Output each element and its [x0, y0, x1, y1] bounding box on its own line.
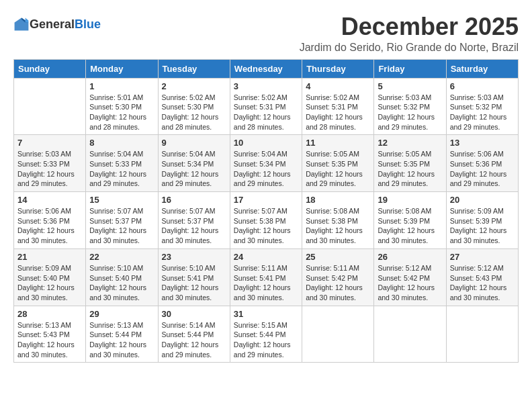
- day-number: 20: [450, 195, 515, 205]
- day-number: 3: [234, 81, 298, 91]
- day-info: Sunrise: 5:02 AMSunset: 5:31 PMDaylight:…: [234, 93, 298, 132]
- calendar-table: SundayMondayTuesdayWednesdayThursdayFrid…: [13, 59, 519, 363]
- calendar-body: 1Sunrise: 5:01 AMSunset: 5:30 PMDaylight…: [14, 78, 519, 363]
- calendar-cell: 2Sunrise: 5:02 AMSunset: 5:30 PMDaylight…: [158, 78, 230, 135]
- day-number: 6: [450, 81, 515, 91]
- day-info: Sunrise: 5:03 AMSunset: 5:32 PMDaylight:…: [378, 93, 442, 132]
- day-info: Sunrise: 5:03 AMSunset: 5:33 PMDaylight:…: [17, 149, 82, 189]
- calendar-cell: [374, 306, 446, 363]
- header: GeneralBlue December 2025 Jardim do Seri…: [13, 13, 519, 54]
- calendar-week-row: 14Sunrise: 5:06 AMSunset: 5:36 PMDayligh…: [14, 192, 519, 249]
- logo-icon: [13, 16, 30, 32]
- calendar-cell: 21Sunrise: 5:09 AMSunset: 5:40 PMDayligh…: [14, 248, 86, 306]
- calendar-cell: 18Sunrise: 5:08 AMSunset: 5:38 PMDayligh…: [302, 192, 374, 249]
- weekday-header-row: SundayMondayTuesdayWednesdayThursdayFrid…: [14, 59, 519, 78]
- calendar-cell: 4Sunrise: 5:02 AMSunset: 5:31 PMDaylight…: [302, 78, 374, 135]
- day-info: Sunrise: 5:02 AMSunset: 5:30 PMDaylight:…: [162, 93, 226, 132]
- day-info: Sunrise: 5:14 AMSunset: 5:44 PMDaylight:…: [162, 320, 226, 360]
- svg-marker-2: [26, 17, 29, 22]
- calendar-cell: 15Sunrise: 5:07 AMSunset: 5:37 PMDayligh…: [86, 192, 158, 249]
- day-info: Sunrise: 5:03 AMSunset: 5:32 PMDaylight:…: [450, 93, 515, 132]
- calendar-cell: 29Sunrise: 5:13 AMSunset: 5:44 PMDayligh…: [86, 306, 158, 363]
- weekday-header-saturday: Saturday: [446, 59, 518, 78]
- calendar-week-row: 7Sunrise: 5:03 AMSunset: 5:33 PMDaylight…: [14, 135, 519, 192]
- day-number: 16: [162, 195, 226, 205]
- logo-blue-text: Blue: [75, 17, 101, 31]
- day-number: 10: [234, 138, 298, 148]
- day-number: 18: [306, 195, 370, 205]
- day-info: Sunrise: 5:05 AMSunset: 5:35 PMDaylight:…: [306, 149, 370, 189]
- calendar-cell: [302, 306, 374, 363]
- weekday-header-sunday: Sunday: [14, 59, 86, 78]
- calendar-cell: 13Sunrise: 5:06 AMSunset: 5:36 PMDayligh…: [446, 135, 518, 192]
- calendar-header: SundayMondayTuesdayWednesdayThursdayFrid…: [14, 59, 519, 78]
- day-info: Sunrise: 5:06 AMSunset: 5:36 PMDaylight:…: [450, 149, 515, 189]
- logo: GeneralBlue: [13, 16, 101, 32]
- day-info: Sunrise: 5:09 AMSunset: 5:39 PMDaylight:…: [450, 206, 515, 246]
- day-info: Sunrise: 5:04 AMSunset: 5:33 PMDaylight:…: [89, 149, 154, 189]
- calendar-cell: 5Sunrise: 5:03 AMSunset: 5:32 PMDaylight…: [374, 78, 446, 135]
- weekday-header-monday: Monday: [86, 59, 158, 78]
- day-number: 14: [17, 195, 82, 205]
- day-number: 5: [378, 81, 442, 91]
- day-info: Sunrise: 5:07 AMSunset: 5:37 PMDaylight:…: [162, 206, 226, 246]
- day-info: Sunrise: 5:01 AMSunset: 5:30 PMDaylight:…: [89, 93, 154, 132]
- calendar-cell: 22Sunrise: 5:10 AMSunset: 5:40 PMDayligh…: [86, 248, 158, 306]
- day-info: Sunrise: 5:13 AMSunset: 5:44 PMDaylight:…: [89, 320, 154, 360]
- calendar-cell: 26Sunrise: 5:12 AMSunset: 5:42 PMDayligh…: [374, 248, 446, 306]
- calendar-cell: 27Sunrise: 5:12 AMSunset: 5:43 PMDayligh…: [446, 248, 518, 306]
- day-number: 17: [234, 195, 298, 205]
- title-area: December 2025 Jardim do Serido, Rio Gran…: [300, 13, 519, 54]
- calendar-cell: 6Sunrise: 5:03 AMSunset: 5:32 PMDaylight…: [446, 78, 518, 135]
- day-info: Sunrise: 5:06 AMSunset: 5:36 PMDaylight:…: [17, 206, 82, 246]
- day-number: 15: [89, 195, 154, 205]
- calendar-cell: [446, 306, 518, 363]
- day-number: 13: [450, 138, 515, 148]
- day-number: 8: [89, 138, 154, 148]
- day-info: Sunrise: 5:04 AMSunset: 5:34 PMDaylight:…: [162, 149, 226, 189]
- day-number: 23: [162, 252, 226, 262]
- day-info: Sunrise: 5:08 AMSunset: 5:38 PMDaylight:…: [306, 206, 370, 246]
- calendar-cell: 28Sunrise: 5:13 AMSunset: 5:43 PMDayligh…: [14, 306, 86, 363]
- calendar-cell: 9Sunrise: 5:04 AMSunset: 5:34 PMDaylight…: [158, 135, 230, 192]
- day-number: 27: [450, 252, 515, 262]
- day-number: 25: [306, 252, 370, 262]
- calendar-cell: 14Sunrise: 5:06 AMSunset: 5:36 PMDayligh…: [14, 192, 86, 249]
- weekday-header-wednesday: Wednesday: [230, 59, 302, 78]
- calendar-cell: 24Sunrise: 5:11 AMSunset: 5:41 PMDayligh…: [230, 248, 302, 306]
- calendar-cell: 17Sunrise: 5:07 AMSunset: 5:38 PMDayligh…: [230, 192, 302, 249]
- day-info: Sunrise: 5:12 AMSunset: 5:42 PMDaylight:…: [378, 263, 442, 303]
- day-number: 2: [162, 81, 226, 91]
- day-info: Sunrise: 5:02 AMSunset: 5:31 PMDaylight:…: [306, 93, 370, 132]
- day-info: Sunrise: 5:08 AMSunset: 5:39 PMDaylight:…: [378, 206, 442, 246]
- day-number: 19: [378, 195, 442, 205]
- day-number: 28: [17, 309, 82, 319]
- day-info: Sunrise: 5:05 AMSunset: 5:35 PMDaylight:…: [378, 149, 442, 189]
- calendar-cell: 23Sunrise: 5:10 AMSunset: 5:41 PMDayligh…: [158, 248, 230, 306]
- calendar-week-row: 28Sunrise: 5:13 AMSunset: 5:43 PMDayligh…: [14, 306, 519, 363]
- day-number: 26: [378, 252, 442, 262]
- day-number: 7: [17, 138, 82, 148]
- logo-general-text: General: [30, 17, 75, 31]
- day-info: Sunrise: 5:09 AMSunset: 5:40 PMDaylight:…: [17, 263, 82, 303]
- day-info: Sunrise: 5:12 AMSunset: 5:43 PMDaylight:…: [450, 263, 515, 303]
- day-number: 9: [162, 138, 226, 148]
- day-number: 21: [17, 252, 82, 262]
- month-title: December 2025: [300, 13, 519, 40]
- day-info: Sunrise: 5:07 AMSunset: 5:38 PMDaylight:…: [234, 206, 298, 246]
- calendar-cell: 8Sunrise: 5:04 AMSunset: 5:33 PMDaylight…: [86, 135, 158, 192]
- day-info: Sunrise: 5:10 AMSunset: 5:41 PMDaylight:…: [162, 263, 226, 303]
- calendar-cell: 12Sunrise: 5:05 AMSunset: 5:35 PMDayligh…: [374, 135, 446, 192]
- calendar-week-row: 21Sunrise: 5:09 AMSunset: 5:40 PMDayligh…: [14, 248, 519, 306]
- day-number: 12: [378, 138, 442, 148]
- day-number: 4: [306, 81, 370, 91]
- weekday-header-tuesday: Tuesday: [158, 59, 230, 78]
- day-info: Sunrise: 5:10 AMSunset: 5:40 PMDaylight:…: [89, 263, 154, 303]
- calendar-cell: 30Sunrise: 5:14 AMSunset: 5:44 PMDayligh…: [158, 306, 230, 363]
- calendar-cell: 16Sunrise: 5:07 AMSunset: 5:37 PMDayligh…: [158, 192, 230, 249]
- day-number: 1: [89, 81, 154, 91]
- calendar-cell: 3Sunrise: 5:02 AMSunset: 5:31 PMDaylight…: [230, 78, 302, 135]
- calendar-cell: 7Sunrise: 5:03 AMSunset: 5:33 PMDaylight…: [14, 135, 86, 192]
- weekday-header-thursday: Thursday: [302, 59, 374, 78]
- day-number: 24: [234, 252, 298, 262]
